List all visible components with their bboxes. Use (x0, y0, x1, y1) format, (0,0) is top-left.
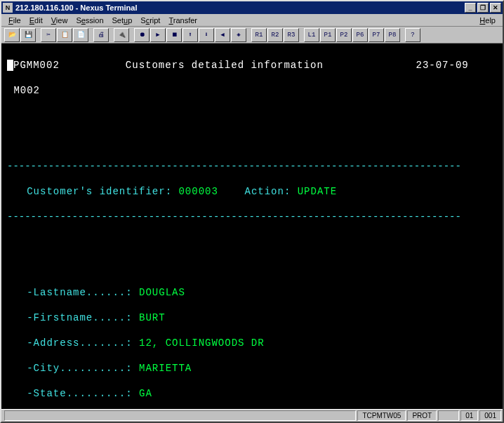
tb-back-icon[interactable]: ◀ (215, 28, 230, 42)
state-value[interactable]: GA (139, 388, 152, 399)
menubar: File Edit View Session Setup Script Tran… (1, 14, 503, 27)
tb-fwd-icon[interactable]: ◈ (231, 28, 246, 42)
menu-view[interactable]: View (47, 15, 72, 26)
lastname-label: -Lastname......: (27, 287, 132, 298)
maximize-button[interactable]: ❐ (477, 3, 489, 13)
window-title: 212.180.116.100 - Nexus Terminal (15, 4, 465, 12)
menu-file[interactable]: File (4, 15, 25, 26)
tb-down-icon[interactable]: ⬇ (199, 28, 214, 42)
menu-transfer[interactable]: Transfer (164, 15, 201, 26)
tb-play-icon[interactable]: ▶ (150, 28, 166, 42)
address-value[interactable]: 12, COLLINGWOODS DR (139, 337, 265, 349)
titlebar: N 212.180.116.100 - Nexus Terminal _ ❐ ✕ (1, 1, 503, 14)
toolbar: 📂 💾 ✂ 📋 📄 🖨 🔌 ⏺ ▶ ⏹ ⬆ ⬇ ◀ ◈ R1 R2 R3 L1 … (1, 27, 503, 43)
screen-date: 23-07-09 (416, 60, 469, 71)
tb-help-icon[interactable]: ? (405, 28, 420, 42)
menu-help[interactable]: Help (475, 15, 500, 26)
tb-copy-icon[interactable]: 📋 (57, 28, 72, 42)
tb-conn-icon[interactable]: 🔌 (114, 28, 129, 42)
tb-p8-button[interactable]: P8 (385, 28, 400, 42)
tb-save-icon[interactable]: 💾 (20, 28, 36, 42)
tb-stop-icon[interactable]: ⏹ (166, 28, 182, 42)
divider: ----------------------------------------… (7, 160, 497, 173)
menu-session[interactable]: Session (72, 15, 107, 26)
status-prot: PROT (407, 410, 437, 421)
menu-setup[interactable]: Setup (108, 15, 137, 26)
sub-id: M002 (13, 85, 40, 96)
firstname-value[interactable]: BURT (139, 312, 166, 323)
tb-r1-button[interactable]: R1 (251, 28, 267, 42)
customer-id-value: 000003 (178, 186, 218, 197)
action-label: Action: (245, 186, 291, 197)
lastname-value[interactable]: DOUGLAS (139, 287, 185, 298)
app-window: N 212.180.116.100 - Nexus Terminal _ ❐ ✕… (0, 0, 504, 423)
firstname-label: -Firstname.....: (27, 312, 132, 323)
menu-edit[interactable]: Edit (25, 15, 47, 26)
statusbar: TCPMTW05 PROT 01 001 (1, 409, 503, 422)
tb-r2-button[interactable]: R2 (267, 28, 283, 42)
status-conn: TCPMTW05 (357, 410, 406, 421)
tb-p7-button[interactable]: P7 (369, 28, 384, 42)
city-label: -City..........: (27, 363, 132, 374)
close-button[interactable]: ✕ (490, 3, 501, 13)
tb-p1-button[interactable]: P1 (320, 28, 336, 42)
cursor (7, 60, 13, 71)
city-value[interactable]: MARIETTA (139, 363, 192, 374)
status-col: 001 (479, 410, 501, 421)
tb-rec-icon[interactable]: ⏺ (134, 28, 150, 42)
status-blank (438, 410, 459, 421)
divider: ----------------------------------------… (7, 210, 497, 223)
status-spacer (4, 410, 356, 421)
state-label: -State.........: (27, 388, 132, 399)
tb-l1-button[interactable]: L1 (304, 28, 319, 42)
tb-r3-button[interactable]: R3 (284, 28, 299, 42)
address-label: -Address.......: (27, 337, 132, 349)
tb-print-icon[interactable]: 🖨 (93, 28, 109, 42)
tb-cut-icon[interactable]: ✂ (41, 28, 56, 42)
status-row: 01 (460, 410, 478, 421)
screen-title: Customers detailed information (126, 60, 324, 71)
tb-p2-button[interactable]: P2 (336, 28, 352, 42)
tb-up-icon[interactable]: ⬆ (183, 28, 198, 42)
tb-paste-icon[interactable]: 📄 (73, 28, 88, 42)
menu-script[interactable]: Script (136, 15, 164, 26)
tb-p6-button[interactable]: P6 (352, 28, 368, 42)
minimize-button[interactable]: _ (465, 3, 476, 13)
terminal-area[interactable]: PGMM002 Customers detailed information 2… (1, 43, 503, 409)
customer-id-label: Customer's identifier: (27, 186, 172, 197)
action-value: UPDATE (298, 186, 337, 197)
program-id: PGMM002 (13, 60, 60, 71)
tb-open-icon[interactable]: 📂 (4, 28, 20, 42)
app-icon: N (3, 3, 13, 13)
window-buttons: _ ❐ ✕ (465, 3, 501, 13)
